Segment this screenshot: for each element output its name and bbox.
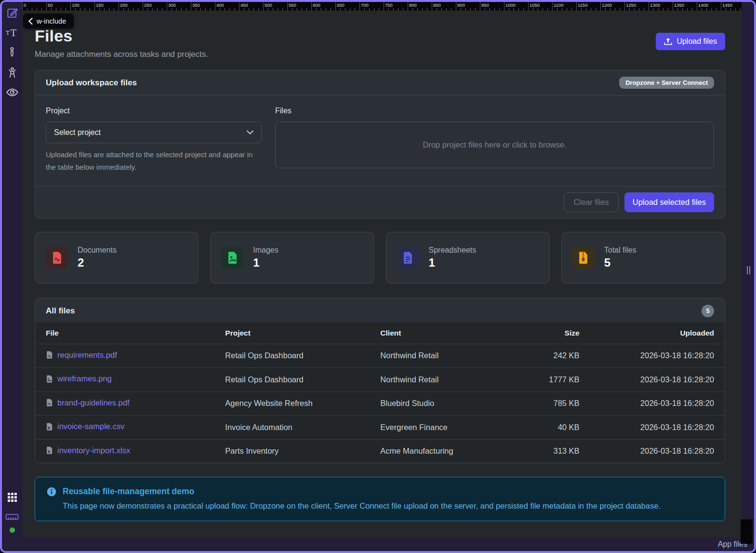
panel-resize-grip[interactable] [747,266,750,274]
column-header-size: Size [507,323,583,344]
app-window: T T [0,0,756,553]
ruler-tick-label: 1400 [697,2,708,8]
file-pdf-icon [46,246,68,269]
file-name: brand-guidelines.pdf [57,398,130,407]
tech-badge: Dropzone + Server Connect [619,77,714,89]
file-pdf-icon [46,351,53,359]
cell-size: 1777 KB [507,368,583,392]
cell-uploaded: 2026-03-18 16:28:20 [584,368,725,392]
file-link[interactable]: invoice-sample.csv [46,422,124,431]
chevron-left-icon [28,18,33,25]
project-select[interactable]: Select project [46,121,262,143]
chevron-down-icon [247,130,253,135]
ruler-tick-label: 700 [359,2,369,8]
cell-project: Agency Website Refresh [221,391,376,416]
file-sheet-icon [46,422,53,431]
ruler-icon[interactable] [5,510,19,524]
page-title: Files [35,27,208,45]
stat-card-documents: Documents2 [35,232,199,283]
ruler-tick-label: 1100 [552,2,563,8]
ruler-tick-label: 450 [239,2,248,8]
table-row: invoice-sample.csvInvoice AutomationEver… [35,416,725,440]
svg-text:T: T [11,28,17,38]
file-dropzone[interactable]: Drop project files here or click to brow… [275,121,714,168]
accessibility-icon[interactable] [5,65,19,80]
stat-card-spreadsheets: Spreadsheets1 [386,232,550,283]
file-link[interactable]: wireframes.png [46,374,112,383]
table-row: requirements.pdfRetail Ops DashboardNort… [35,344,725,368]
ruler-tick-label: 950 [480,2,489,8]
cell-client: Acme Manufacturing [376,439,507,463]
ruler-tick-label: 800 [408,2,417,8]
stat-card-total-files: Total files5 [561,232,725,283]
alert-body: This page now demonstrates a practical u… [63,501,713,511]
cell-size: 40 KB [507,416,583,440]
cell-project: Parts Inventory [221,439,376,463]
upload-selected-button[interactable]: Upload selected files [624,192,714,212]
ruler-tick-label: 300 [167,2,176,8]
status-bar: App files [2,538,754,551]
ruler-tick-label: 1050 [528,2,540,8]
grid-icon[interactable] [5,490,19,504]
cell-size: 313 KB [507,439,583,463]
clear-files-button[interactable]: Clear files [564,192,618,212]
files-table-title: All files [46,306,75,316]
file-zip-icon [572,246,595,269]
column-header-client: Client [376,323,507,344]
file-link[interactable]: brand-guidelines.pdf [46,398,130,407]
ruler-tick-label: 550 [287,2,296,8]
stat-label: Total files [604,246,637,255]
page-subtitle: Manage attachments across tasks and proj… [35,50,208,59]
ruler-tick-label: 750 [384,2,393,8]
cell-project: Retail Ops Dashboard [221,344,376,368]
file-count-badge: 5 [702,305,714,317]
ruler-tick-label: 1150 [576,2,587,8]
info-person-icon[interactable] [5,45,19,60]
file-image-icon [46,375,53,383]
ruler-tick-label: 100 [70,2,80,8]
ruler-tick-label: 350 [191,2,200,8]
file-link[interactable]: requirements.pdf [46,351,117,360]
ruler-tick-label: 1450 [721,2,732,8]
cell-client: Evergreen Finance [376,416,507,440]
left-toolbar: T T [2,2,22,538]
file-pdf-icon [46,398,53,407]
file-sheet-icon [46,446,53,455]
ruler-tick-label: 500 [263,2,272,8]
info-icon [47,487,56,497]
upload-files-button[interactable]: Upload files [656,33,725,50]
ruler-tick-label: 200 [119,2,128,8]
cell-client: Northwind Retail [376,368,507,392]
ruler-tick-label: 900 [456,2,465,8]
stats-row: Documents2Images1Spreadsheets1Total file… [35,232,725,283]
cell-size: 785 KB [507,391,583,416]
stat-value: 5 [604,256,637,270]
design-ruler: 0501001502002503003504004505005506006507… [22,2,742,11]
file-image-icon [221,246,243,269]
file-name: invoice-sample.csv [57,422,124,431]
cell-uploaded: 2026-03-18 16:28:20 [584,391,725,416]
edit-icon[interactable] [5,6,19,20]
typography-icon[interactable]: T T [5,26,19,40]
file-name: wireframes.png [57,374,112,383]
file-name: requirements.pdf [57,351,117,360]
all-files-card: All files 5 FileProjectClientSizeUploade… [35,298,725,464]
ruler-tick-label: 400 [215,2,224,8]
stat-value: 1 [253,256,278,270]
ruler-tick-label: 1250 [624,2,636,8]
back-breadcrumb[interactable]: w-include [23,13,74,28]
column-header-uploaded: Uploaded [584,323,725,344]
stat-card-images: Images1 [210,232,374,283]
table-row: brand-guidelines.pdfAgency Website Refre… [35,391,725,416]
ruler-tick-label: 1300 [649,2,660,8]
file-link[interactable]: inventory-import.xlsx [46,446,130,455]
cell-client: Northwind Retail [376,344,507,368]
cell-size: 242 KB [507,344,583,368]
ruler-tick-label: 150 [94,2,104,8]
stat-value: 1 [429,256,477,270]
ruler-tick-label: 0 [22,2,26,8]
cell-uploaded: 2026-03-18 16:28:20 [584,344,725,368]
table-row: inventory-import.xlsxParts InventoryAcme… [35,439,725,463]
stat-label: Spreadsheets [429,246,477,255]
eye-icon[interactable] [5,85,19,99]
